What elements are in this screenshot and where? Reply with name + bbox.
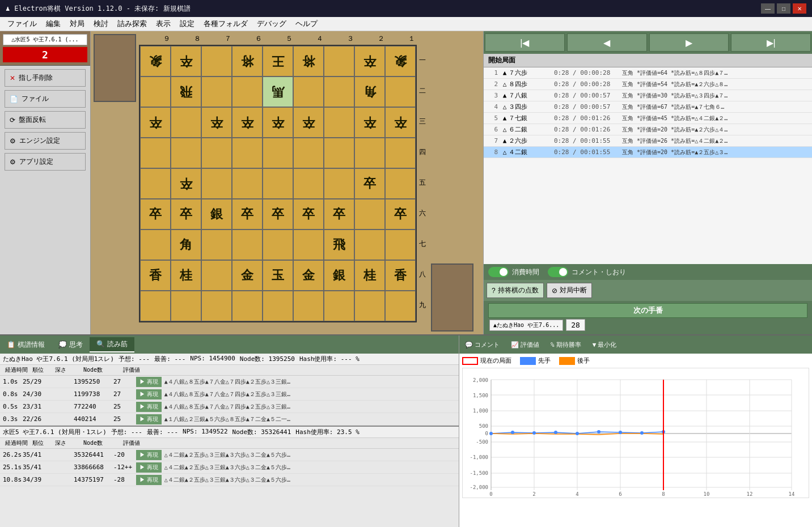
board-cell-2-2[interactable]: 卒 (201, 107, 232, 138)
comment-toggle-knob[interactable] (548, 267, 568, 277)
board-cell-7-8[interactable]: 香 (385, 260, 416, 291)
replay-btn-1-3[interactable]: ▶ 再現 (136, 414, 162, 424)
menu-item-表示[interactable]: 表示 (151, 18, 175, 30)
board-cell-8-4[interactable] (263, 291, 293, 321)
board-cell-4-1[interactable]: 卒 (171, 168, 201, 199)
board-cell-5-1[interactable]: 卒 (171, 199, 201, 230)
comment-toggle[interactable]: コメント・しおり (548, 267, 626, 277)
board-cell-6-5[interactable] (293, 230, 324, 260)
board-cell-3-3[interactable] (232, 138, 263, 168)
board-cell-4-3[interactable] (232, 168, 263, 199)
close-button[interactable]: ✕ (793, 3, 806, 14)
board-cell-6-4[interactable] (263, 230, 293, 260)
board-cell-5-6[interactable]: 卒 (324, 199, 354, 230)
move-row-1[interactable]: 1 ▲ ７六歩 0:28 / 00:00:28 互角 *評価値=64 *読み筋=… (484, 67, 812, 79)
move-row-2[interactable]: 2 △ ８四歩 0:28 / 00:00:28 互角 *評価値=54 *読み筋=… (484, 79, 812, 90)
flip-board-button[interactable]: ⟳ 盤面反転 (5, 111, 86, 129)
board-cell-6-2[interactable] (201, 230, 232, 260)
board-cell-2-3[interactable]: 卒 (232, 107, 263, 138)
board-cell-2-8[interactable]: 卒 (385, 107, 416, 138)
board-cell-6-7[interactable] (354, 230, 385, 260)
menu-item-編集[interactable]: 編集 (41, 18, 65, 30)
board-cell-1-5[interactable] (293, 76, 324, 107)
replay-btn-2-0[interactable]: ▶ 再現 (136, 450, 162, 460)
menu-item-対局[interactable]: 対局 (65, 18, 89, 30)
board-cell-7-3[interactable]: 金 (232, 260, 263, 291)
board-cell-3-1[interactable] (171, 138, 201, 168)
board-cell-7-6[interactable]: 銀 (324, 260, 354, 291)
board-cell-5-5[interactable]: 卒 (293, 199, 324, 230)
board-cell-1-4[interactable]: 馬 (263, 76, 293, 107)
move-row-3[interactable]: 3 ▲ ７八銀 0:28 / 00:00:57 互角 *評価値=30 *読み筋=… (484, 90, 812, 101)
board-cell-2-0[interactable]: 卒 (140, 107, 171, 138)
board-cell-7-2[interactable] (201, 260, 232, 291)
replay-btn-1-2[interactable]: ▶ 再現 (136, 402, 162, 412)
tab-comment[interactable]: 💬 コメント (459, 338, 505, 351)
board-cell-7-7[interactable]: 桂 (354, 260, 385, 291)
board-cell-8-7[interactable] (354, 291, 385, 321)
board-cell-6-8[interactable] (385, 230, 416, 260)
file-button[interactable]: 📄 ファイル (5, 90, 86, 108)
board-cell-1-8[interactable] (385, 76, 416, 107)
replay-btn-1-0[interactable]: ▶ 再現 (136, 377, 162, 387)
move-row-4[interactable]: 4 △ ３四歩 0:28 / 00:00:57 互角 *評価値=67 *読み筋=… (484, 101, 812, 113)
board-cell-3-6[interactable] (324, 138, 354, 168)
board-cell-1-7[interactable]: 角 (354, 76, 385, 107)
app-settings-button[interactable]: ⚙ アプリ設定 (5, 153, 86, 171)
tab-think[interactable]: 💭 思考 (52, 338, 90, 352)
board-cell-4-4[interactable] (263, 168, 293, 199)
board-cell-8-3[interactable] (232, 291, 263, 321)
board-cell-5-3[interactable]: 卒 (232, 199, 263, 230)
board-cell-2-4[interactable]: 卒 (263, 107, 293, 138)
board-cell-6-1[interactable]: 角 (171, 230, 201, 260)
board-cell-0-4[interactable]: 王 (263, 46, 293, 76)
replay-btn-1-1[interactable]: ▶ 再現 (136, 389, 162, 400)
replay-btn-2-2[interactable]: ▶ 再現 (136, 475, 162, 485)
board-cell-4-5[interactable] (293, 168, 324, 199)
board-cell-0-8[interactable]: 象 (385, 46, 416, 76)
prev-move-button[interactable]: ◀ (567, 33, 647, 52)
board-cell-0-2[interactable] (201, 46, 232, 76)
board-cell-0-7[interactable]: 卒 (354, 46, 385, 76)
board-cell-8-0[interactable] (140, 291, 171, 321)
board-cell-5-2[interactable]: 銀 (201, 199, 232, 230)
board-cell-8-5[interactable] (293, 291, 324, 321)
move-row-8[interactable]: 8 △ ４二銀 0:28 / 00:01:55 互角 *評価値=20 *読み筋=… (484, 147, 812, 158)
board-cell-0-1[interactable]: 卒 (171, 46, 201, 76)
board-cell-6-6[interactable]: 飛 (324, 230, 354, 260)
score-button[interactable]: ? 持将棋の点数 (487, 283, 544, 298)
tab-eval-chart[interactable]: 📈 評価値 (505, 338, 545, 351)
board-cell-4-6[interactable] (324, 168, 354, 199)
board-cell-7-1[interactable]: 桂 (171, 260, 201, 291)
board-cell-2-7[interactable]: 卒 (354, 107, 385, 138)
tab-minimize[interactable]: ▼ 最小化 (587, 338, 623, 351)
board-cell-6-0[interactable] (140, 230, 171, 260)
shogi-board[interactable]: 象卒将王将卒象飛馬角卒卒卒卒卒卒卒卒卒卒卒銀卒卒卒卒卒角飛香桂金玉金銀桂香 (139, 45, 417, 322)
engine-settings-button[interactable]: ⚙ エンジン設定 (5, 132, 86, 150)
board-cell-0-6[interactable] (324, 46, 354, 76)
board-cell-0-0[interactable]: 象 (140, 46, 171, 76)
menu-item-デバッグ[interactable]: デバッグ (252, 18, 291, 30)
board-cell-1-3[interactable] (232, 76, 263, 107)
board-cell-2-5[interactable]: 卒 (293, 107, 324, 138)
board-cell-4-8[interactable] (385, 168, 416, 199)
board-cell-6-3[interactable] (232, 230, 263, 260)
last-move-button[interactable]: ▶| (731, 33, 811, 52)
board-cell-7-4[interactable]: 玉 (263, 260, 293, 291)
menu-item-ヘルプ[interactable]: ヘルプ (291, 18, 322, 30)
replay-btn-2-1[interactable]: ▶ 再現 (136, 462, 162, 473)
board-cell-2-1[interactable] (171, 107, 201, 138)
board-cell-4-7[interactable]: 卒 (354, 168, 385, 199)
board-cell-3-8[interactable] (385, 138, 416, 168)
board-cell-8-2[interactable] (201, 291, 232, 321)
move-row-5[interactable]: 5 ▲ ７七銀 0:28 / 00:01:26 互角 *評価値=45 *読み筋=… (484, 113, 812, 124)
first-move-button[interactable]: |◀ (485, 33, 565, 52)
menu-item-設定[interactable]: 設定 (175, 18, 199, 30)
board-cell-1-2[interactable] (201, 76, 232, 107)
delete-move-button[interactable]: ✕ 指し手削除 (5, 69, 86, 87)
time-toggle[interactable]: 消費時間 (488, 267, 539, 277)
board-cell-8-1[interactable] (171, 291, 201, 321)
board-cell-4-0[interactable] (140, 168, 171, 199)
board-cell-8-8[interactable] (385, 291, 416, 321)
board-cell-8-6[interactable] (324, 291, 354, 321)
